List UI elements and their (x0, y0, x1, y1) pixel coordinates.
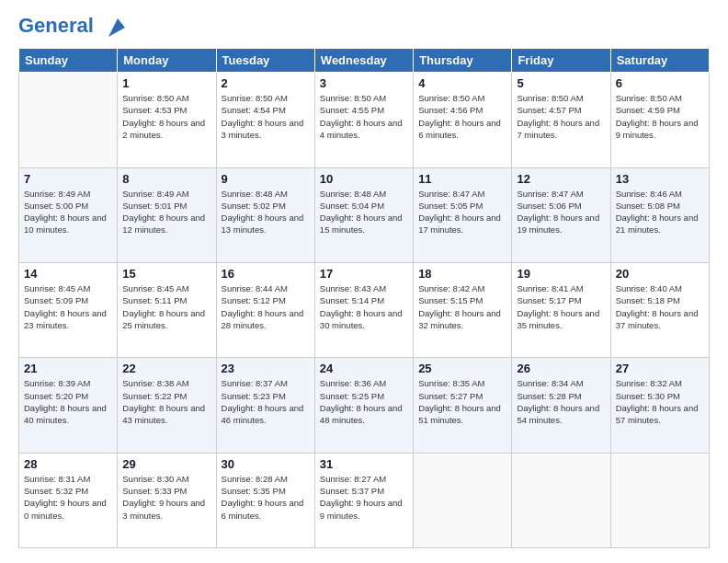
calendar-cell: 28Sunrise: 8:31 AMSunset: 5:32 PMDayligh… (19, 453, 118, 547)
week-row-0: 1Sunrise: 8:50 AMSunset: 4:53 PMDaylight… (19, 73, 710, 167)
day-number: 19 (517, 267, 605, 281)
calendar-cell: 12Sunrise: 8:47 AMSunset: 5:06 PMDayligh… (512, 167, 610, 262)
day-info: Sunrise: 8:35 AMSunset: 5:27 PMDaylight:… (418, 377, 506, 426)
day-info: Sunrise: 8:47 AMSunset: 5:06 PMDaylight:… (517, 188, 605, 236)
day-info: Sunrise: 8:40 AMSunset: 5:18 PMDaylight:… (616, 282, 704, 331)
day-info: Sunrise: 8:50 AMSunset: 4:55 PMDaylight:… (320, 92, 408, 141)
day-number: 24 (320, 362, 408, 375)
day-number: 21 (24, 362, 112, 375)
day-info: Sunrise: 8:50 AMSunset: 4:56 PMDaylight:… (418, 92, 506, 141)
day-number: 15 (122, 267, 210, 281)
calendar-cell: 26Sunrise: 8:34 AMSunset: 5:28 PMDayligh… (512, 358, 610, 453)
day-number: 27 (616, 362, 704, 375)
day-info: Sunrise: 8:46 AMSunset: 5:08 PMDaylight:… (616, 188, 704, 236)
day-info: Sunrise: 8:50 AMSunset: 4:59 PMDaylight:… (616, 92, 704, 141)
day-number: 26 (517, 362, 605, 375)
calendar-cell: 4Sunrise: 8:50 AMSunset: 4:56 PMDaylight… (414, 73, 512, 167)
day-info: Sunrise: 8:44 AMSunset: 5:12 PMDaylight:… (222, 282, 310, 331)
weekday-header-wednesday: Wednesday (314, 49, 413, 73)
week-row-4: 28Sunrise: 8:31 AMSunset: 5:32 PMDayligh… (19, 453, 710, 547)
day-number: 23 (222, 362, 310, 375)
day-number: 6 (616, 76, 704, 90)
logo-text: General (18, 15, 125, 39)
week-row-2: 14Sunrise: 8:45 AMSunset: 5:09 PMDayligh… (19, 262, 710, 357)
day-number: 22 (122, 362, 210, 375)
calendar-cell (19, 73, 118, 167)
calendar-cell: 8Sunrise: 8:49 AMSunset: 5:01 PMDaylight… (118, 167, 216, 262)
calendar-cell (610, 453, 709, 547)
day-number: 7 (24, 172, 112, 186)
day-info: Sunrise: 8:42 AMSunset: 5:15 PMDaylight:… (418, 282, 506, 331)
day-info: Sunrise: 8:27 AMSunset: 5:37 PMDaylight:… (320, 473, 408, 522)
calendar-cell: 30Sunrise: 8:28 AMSunset: 5:35 PMDayligh… (216, 453, 314, 547)
calendar-cell: 13Sunrise: 8:46 AMSunset: 5:08 PMDayligh… (610, 167, 709, 262)
weekday-header-friday: Friday (512, 49, 610, 73)
day-number: 17 (320, 267, 408, 281)
calendar-cell: 7Sunrise: 8:49 AMSunset: 5:00 PMDaylight… (19, 167, 118, 262)
day-info: Sunrise: 8:39 AMSunset: 5:20 PMDaylight:… (24, 377, 112, 426)
day-number: 10 (320, 172, 408, 186)
day-info: Sunrise: 8:50 AMSunset: 4:53 PMDaylight:… (122, 92, 210, 141)
calendar-cell: 6Sunrise: 8:50 AMSunset: 4:59 PMDaylight… (610, 73, 709, 167)
calendar-cell: 31Sunrise: 8:27 AMSunset: 5:37 PMDayligh… (314, 453, 413, 547)
weekday-header-tuesday: Tuesday (216, 49, 314, 73)
calendar-cell: 10Sunrise: 8:48 AMSunset: 5:04 PMDayligh… (314, 167, 413, 262)
day-number: 13 (616, 172, 704, 186)
day-info: Sunrise: 8:31 AMSunset: 5:32 PMDaylight:… (24, 473, 112, 522)
day-number: 31 (320, 457, 408, 471)
weekday-header-monday: Monday (118, 49, 216, 73)
day-info: Sunrise: 8:50 AMSunset: 4:54 PMDaylight:… (222, 92, 310, 141)
calendar-cell: 20Sunrise: 8:40 AMSunset: 5:18 PMDayligh… (610, 262, 709, 357)
week-row-3: 21Sunrise: 8:39 AMSunset: 5:20 PMDayligh… (19, 358, 710, 453)
day-info: Sunrise: 8:37 AMSunset: 5:23 PMDaylight:… (222, 377, 310, 426)
day-number: 12 (517, 172, 605, 186)
day-number: 2 (222, 76, 310, 90)
day-number: 3 (320, 76, 408, 90)
day-number: 4 (418, 76, 506, 90)
day-info: Sunrise: 8:41 AMSunset: 5:17 PMDaylight:… (517, 282, 605, 331)
day-info: Sunrise: 8:45 AMSunset: 5:09 PMDaylight:… (24, 282, 112, 331)
calendar-cell: 11Sunrise: 8:47 AMSunset: 5:05 PMDayligh… (414, 167, 512, 262)
week-row-1: 7Sunrise: 8:49 AMSunset: 5:00 PMDaylight… (19, 167, 710, 262)
svg-marker-0 (108, 18, 125, 37)
day-number: 18 (418, 267, 506, 281)
day-info: Sunrise: 8:47 AMSunset: 5:05 PMDaylight:… (418, 188, 506, 236)
weekday-header-thursday: Thursday (414, 49, 512, 73)
calendar-cell: 18Sunrise: 8:42 AMSunset: 5:15 PMDayligh… (414, 262, 512, 357)
calendar-cell (414, 453, 512, 547)
calendar-cell: 25Sunrise: 8:35 AMSunset: 5:27 PMDayligh… (414, 358, 512, 453)
calendar-cell: 5Sunrise: 8:50 AMSunset: 4:57 PMDaylight… (512, 73, 610, 167)
calendar-cell: 21Sunrise: 8:39 AMSunset: 5:20 PMDayligh… (19, 358, 118, 453)
calendar-cell: 29Sunrise: 8:30 AMSunset: 5:33 PMDayligh… (118, 453, 216, 547)
day-number: 16 (222, 267, 310, 281)
day-number: 1 (122, 76, 210, 90)
day-info: Sunrise: 8:43 AMSunset: 5:14 PMDaylight:… (320, 282, 408, 331)
day-info: Sunrise: 8:38 AMSunset: 5:22 PMDaylight:… (122, 377, 210, 426)
day-number: 29 (122, 457, 210, 471)
day-info: Sunrise: 8:48 AMSunset: 5:04 PMDaylight:… (320, 188, 408, 236)
calendar-cell: 27Sunrise: 8:32 AMSunset: 5:30 PMDayligh… (610, 358, 709, 453)
day-info: Sunrise: 8:36 AMSunset: 5:25 PMDaylight:… (320, 377, 408, 426)
calendar-cell: 2Sunrise: 8:50 AMSunset: 4:54 PMDaylight… (216, 73, 314, 167)
calendar-cell: 16Sunrise: 8:44 AMSunset: 5:12 PMDayligh… (216, 262, 314, 357)
calendar-table: SundayMondayTuesdayWednesdayThursdayFrid… (18, 48, 710, 548)
day-info: Sunrise: 8:49 AMSunset: 5:01 PMDaylight:… (122, 188, 210, 236)
day-number: 20 (616, 267, 704, 281)
day-number: 9 (222, 172, 310, 186)
calendar-cell (512, 453, 610, 547)
day-info: Sunrise: 8:32 AMSunset: 5:30 PMDaylight:… (616, 377, 704, 426)
weekday-header-row: SundayMondayTuesdayWednesdayThursdayFrid… (19, 49, 710, 73)
day-number: 14 (24, 267, 112, 281)
day-number: 30 (222, 457, 310, 471)
day-info: Sunrise: 8:50 AMSunset: 4:57 PMDaylight:… (517, 92, 605, 141)
day-number: 8 (122, 172, 210, 186)
day-info: Sunrise: 8:30 AMSunset: 5:33 PMDaylight:… (122, 473, 210, 522)
day-number: 25 (418, 362, 506, 375)
weekday-header-sunday: Sunday (19, 49, 118, 73)
calendar-cell: 17Sunrise: 8:43 AMSunset: 5:14 PMDayligh… (314, 262, 413, 357)
day-number: 28 (24, 457, 112, 471)
weekday-header-saturday: Saturday (610, 49, 709, 73)
page: General SundayMondayTuesdayWednesdayThur… (0, 0, 728, 563)
calendar-cell: 9Sunrise: 8:48 AMSunset: 5:02 PMDaylight… (216, 167, 314, 262)
calendar-cell: 24Sunrise: 8:36 AMSunset: 5:25 PMDayligh… (314, 358, 413, 453)
